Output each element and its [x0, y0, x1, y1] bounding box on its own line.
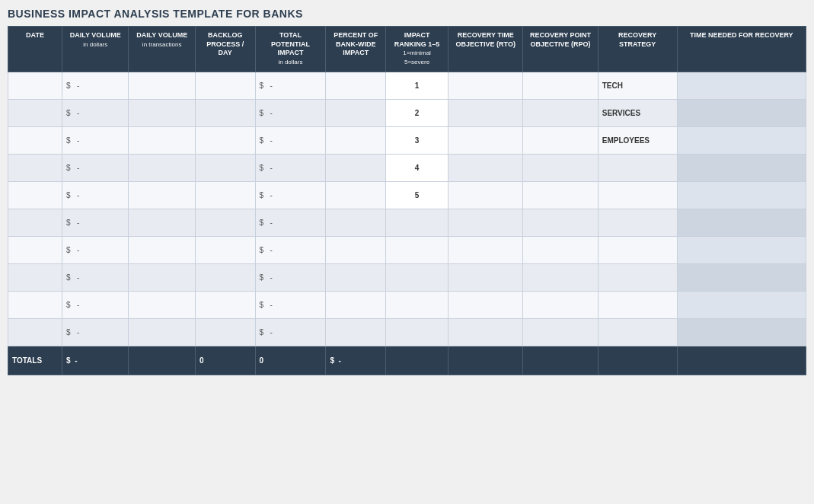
cell-backlog[interactable]	[195, 236, 255, 263]
cell-rto[interactable]	[448, 209, 523, 236]
cell-total-potential[interactable]: $ -	[255, 72, 326, 99]
cell-impact-ranking[interactable]	[386, 209, 448, 236]
cell-time-needed[interactable]	[677, 72, 806, 99]
cell-strategy[interactable]	[598, 318, 677, 346]
cell-rto[interactable]	[448, 318, 523, 346]
cell-impact-ranking[interactable]	[386, 318, 448, 346]
cell-total-potential[interactable]: $ -	[255, 209, 326, 236]
cell-impact-ranking[interactable]: 5	[386, 181, 448, 209]
cell-rto[interactable]	[448, 72, 523, 99]
cell-percent[interactable]	[326, 181, 386, 209]
cell-total-potential[interactable]: $ -	[255, 263, 326, 291]
cell-impact-ranking[interactable]	[386, 263, 448, 291]
cell-percent[interactable]	[326, 99, 386, 126]
cell-daily-vol-trans[interactable]	[129, 181, 195, 209]
cell-rpo[interactable]	[523, 291, 598, 318]
cell-daily-vol-dollars[interactable]: $ -	[62, 236, 129, 263]
cell-date[interactable]	[8, 126, 62, 154]
cell-rto[interactable]	[448, 263, 523, 291]
cell-daily-vol-trans[interactable]	[129, 154, 195, 181]
cell-strategy[interactable]	[598, 209, 677, 236]
cell-impact-ranking[interactable]	[386, 236, 448, 263]
cell-total-potential[interactable]: $ -	[255, 236, 326, 263]
cell-rto[interactable]	[448, 154, 523, 181]
cell-percent[interactable]	[326, 72, 386, 99]
cell-daily-vol-dollars[interactable]: $ -	[62, 154, 129, 181]
cell-rpo[interactable]	[523, 236, 598, 263]
cell-daily-vol-dollars[interactable]: $ -	[62, 126, 129, 154]
cell-time-needed[interactable]	[677, 291, 806, 318]
cell-strategy[interactable]	[598, 263, 677, 291]
cell-total-potential[interactable]: $ -	[255, 291, 326, 318]
cell-daily-vol-trans[interactable]	[129, 291, 195, 318]
cell-percent[interactable]	[326, 291, 386, 318]
cell-time-needed[interactable]	[677, 154, 806, 181]
cell-percent[interactable]	[326, 209, 386, 236]
cell-backlog[interactable]	[195, 99, 255, 126]
cell-daily-vol-trans[interactable]	[129, 126, 195, 154]
cell-daily-vol-trans[interactable]	[129, 72, 195, 99]
cell-rpo[interactable]	[523, 72, 598, 99]
cell-strategy[interactable]	[598, 181, 677, 209]
cell-backlog[interactable]	[195, 291, 255, 318]
cell-time-needed[interactable]	[677, 99, 806, 126]
cell-percent[interactable]	[326, 236, 386, 263]
cell-date[interactable]	[8, 209, 62, 236]
cell-daily-vol-dollars[interactable]: $ -	[62, 181, 129, 209]
cell-total-potential[interactable]: $ -	[255, 126, 326, 154]
cell-impact-ranking[interactable]: 2	[386, 99, 448, 126]
cell-date[interactable]	[8, 181, 62, 209]
cell-rpo[interactable]	[523, 126, 598, 154]
cell-rpo[interactable]	[523, 154, 598, 181]
cell-rpo[interactable]	[523, 263, 598, 291]
cell-daily-vol-dollars[interactable]: $ -	[62, 209, 129, 236]
cell-rto[interactable]	[448, 291, 523, 318]
cell-strategy[interactable]: SERVICES	[598, 99, 677, 126]
cell-date[interactable]	[8, 318, 62, 346]
cell-rto[interactable]	[448, 99, 523, 126]
cell-impact-ranking[interactable]: 3	[386, 126, 448, 154]
cell-date[interactable]	[8, 99, 62, 126]
cell-date[interactable]	[8, 291, 62, 318]
cell-daily-vol-dollars[interactable]: $ -	[62, 291, 129, 318]
cell-strategy[interactable]	[598, 154, 677, 181]
cell-backlog[interactable]	[195, 209, 255, 236]
cell-daily-vol-dollars[interactable]: $ -	[62, 263, 129, 291]
cell-time-needed[interactable]	[677, 126, 806, 154]
cell-time-needed[interactable]	[677, 209, 806, 236]
cell-total-potential[interactable]: $ -	[255, 181, 326, 209]
cell-time-needed[interactable]	[677, 181, 806, 209]
cell-daily-vol-trans[interactable]	[129, 99, 195, 126]
cell-time-needed[interactable]	[677, 236, 806, 263]
cell-time-needed[interactable]	[677, 318, 806, 346]
cell-backlog[interactable]	[195, 72, 255, 99]
cell-date[interactable]	[8, 236, 62, 263]
cell-percent[interactable]	[326, 154, 386, 181]
cell-daily-vol-dollars[interactable]: $ -	[62, 318, 129, 346]
cell-rto[interactable]	[448, 126, 523, 154]
cell-rpo[interactable]	[523, 181, 598, 209]
cell-percent[interactable]	[326, 318, 386, 346]
cell-rto[interactable]	[448, 236, 523, 263]
cell-backlog[interactable]	[195, 154, 255, 181]
cell-backlog[interactable]	[195, 318, 255, 346]
cell-time-needed[interactable]	[677, 263, 806, 291]
cell-daily-vol-trans[interactable]	[129, 236, 195, 263]
cell-percent[interactable]	[326, 263, 386, 291]
cell-daily-vol-dollars[interactable]: $ -	[62, 99, 129, 126]
cell-daily-vol-dollars[interactable]: $ -	[62, 72, 129, 99]
cell-daily-vol-trans[interactable]	[129, 318, 195, 346]
cell-percent[interactable]	[326, 126, 386, 154]
cell-rpo[interactable]	[523, 99, 598, 126]
cell-strategy[interactable]: TECH	[598, 72, 677, 99]
cell-rpo[interactable]	[523, 318, 598, 346]
cell-backlog[interactable]	[195, 263, 255, 291]
cell-backlog[interactable]	[195, 126, 255, 154]
cell-total-potential[interactable]: $ -	[255, 154, 326, 181]
cell-date[interactable]	[8, 154, 62, 181]
cell-date[interactable]	[8, 263, 62, 291]
cell-total-potential[interactable]: $ -	[255, 318, 326, 346]
cell-daily-vol-trans[interactable]	[129, 209, 195, 236]
cell-date[interactable]	[8, 72, 62, 99]
cell-rto[interactable]	[448, 181, 523, 209]
